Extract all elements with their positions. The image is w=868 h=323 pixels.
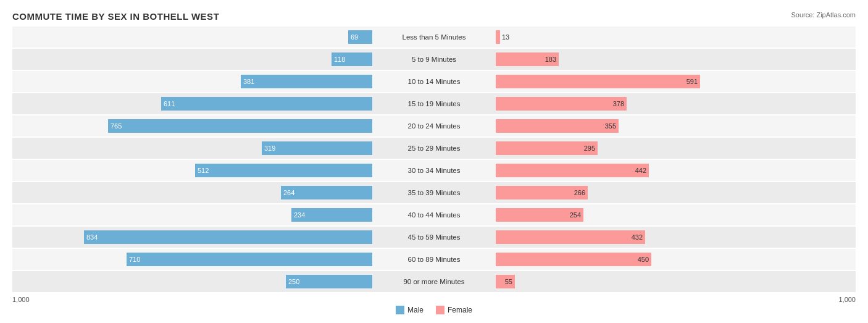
val-female: 183 [545,56,556,63]
val-male: 512 [198,167,209,174]
val-male: 381 [243,78,254,85]
val-female: 378 [613,100,624,107]
bar-label: 15 to 19 Minutes [372,100,496,107]
right-section: 450 [496,249,856,270]
legend-male-box [396,306,404,314]
val-male: 765 [111,122,122,130]
right-section: 55 [496,271,856,292]
bar-male: 834 [84,230,372,244]
legend-female-box [436,306,444,314]
val-female: 13 [502,33,509,41]
val-female: 591 [686,78,698,85]
table-row: 25090 or more Minutes55 [12,271,856,292]
right-section: 378 [496,93,856,114]
left-section: 765 [12,115,372,136]
table-row: 83445 to 59 Minutes432 [12,227,856,248]
axis-row: 1,000 1,000 [12,296,856,303]
bar-label: 45 to 59 Minutes [372,233,496,241]
bar-female: 378 [496,97,627,111]
right-section: 442 [496,160,856,181]
val-male: 264 [283,189,294,196]
bar-male: 381 [241,75,372,88]
bar-male: 118 [332,52,372,66]
bar-male: 319 [262,141,372,155]
val-female: 432 [632,233,643,241]
left-section: 611 [12,93,372,114]
bar-female [496,30,500,44]
val-male: 710 [129,256,140,263]
bar-male: 250 [286,275,372,288]
right-section: 13 [496,27,856,48]
source-label: Source: ZipAtlas.com [791,11,856,19]
bar-label: 30 to 34 Minutes [372,167,496,174]
bar-label: Less than 5 Minutes [372,33,496,41]
right-section: 591 [496,71,856,92]
right-section: 355 [496,115,856,136]
left-section: 319 [12,138,372,159]
bar-label: 10 to 14 Minutes [372,78,496,85]
bar-label: 20 to 24 Minutes [372,122,496,130]
bar-female: 591 [496,75,700,88]
val-male: 234 [294,211,305,219]
val-female: 266 [574,189,585,196]
bar-male: 611 [161,97,372,111]
table-row: 31925 to 29 Minutes295 [12,138,856,159]
bar-female: 442 [496,164,649,177]
left-section: 250 [12,271,372,292]
bar-female: 450 [496,253,651,266]
left-section: 234 [12,204,372,225]
bar-female: 183 [496,52,559,66]
bar-male: 512 [195,164,372,177]
bar-label: 25 to 29 Minutes [372,145,496,152]
left-section: 512 [12,160,372,181]
bar-female: 432 [496,230,645,244]
val-male: 69 [351,33,358,41]
table-row: 26435 to 39 Minutes266 [12,182,856,203]
right-section: 266 [496,182,856,203]
left-section: 69 [12,27,372,48]
bar-male: 765 [108,119,372,133]
right-section: 254 [496,204,856,225]
val-male: 834 [86,233,98,241]
legend-male: Male [396,306,424,314]
bar-female: 266 [496,186,588,199]
bar-female: 295 [496,141,598,155]
val-female: 442 [635,167,646,174]
val-female: 450 [638,256,649,263]
bar-female: 55 [496,275,515,288]
val-male: 250 [288,278,299,285]
legend-male-label: Male [407,306,424,314]
bar-male: 264 [281,186,372,199]
legend: Male Female [12,306,856,314]
right-section: 183 [496,49,856,70]
bar-male: 234 [291,208,372,222]
bar-male: 710 [127,253,372,266]
bar-label: 40 to 44 Minutes [372,211,496,219]
bar-label: 35 to 39 Minutes [372,189,496,196]
left-section: 710 [12,249,372,270]
right-section: 295 [496,138,856,159]
legend-female: Female [436,306,472,314]
right-section: 432 [496,227,856,248]
axis-left-label: 1,000 [12,296,373,303]
val-female: 254 [570,211,581,219]
val-male: 118 [334,56,345,63]
axis-right-label: 1,000 [495,296,856,303]
left-section: 834 [12,227,372,248]
val-male: 611 [164,100,175,107]
chart-title: COMMUTE TIME BY SEX IN BOTHELL WEST [12,11,856,22]
table-row: 23440 to 44 Minutes254 [12,204,856,225]
chart-container: COMMUTE TIME BY SEX IN BOTHELL WEST Sour… [0,0,868,323]
table-row: 76520 to 24 Minutes355 [12,115,856,136]
bar-label: 5 to 9 Minutes [372,56,496,63]
bar-label: 60 to 89 Minutes [372,256,496,263]
left-section: 264 [12,182,372,203]
val-male: 319 [264,145,275,152]
bar-female: 355 [496,119,619,133]
bar-female: 254 [496,208,583,222]
val-female: 295 [584,145,595,152]
table-row: 1185 to 9 Minutes183 [12,49,856,70]
val-female: 355 [605,122,616,130]
val-female: 55 [505,278,512,285]
left-section: 381 [12,71,372,92]
